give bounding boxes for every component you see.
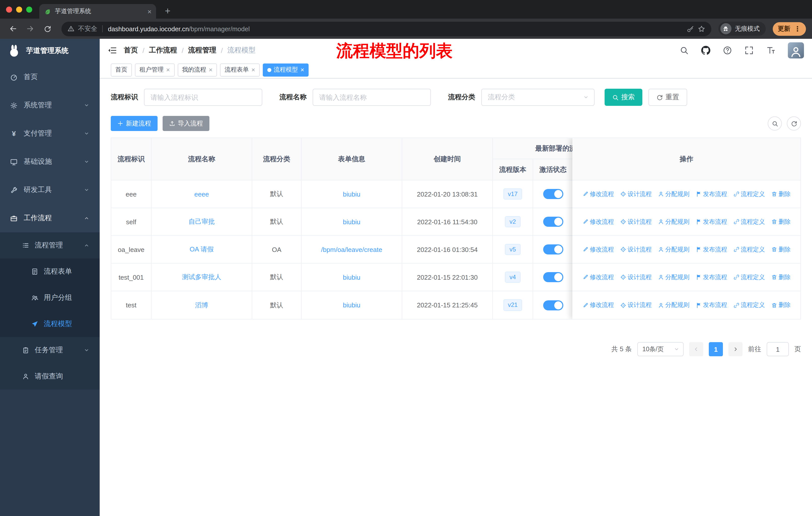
browser-tab[interactable]: 芋道管理系统 × xyxy=(39,4,156,19)
design-process-link[interactable]: 设计流程 xyxy=(620,217,652,226)
goto-page-input[interactable] xyxy=(767,342,789,356)
sidebar-item-user-group[interactable]: 用户分组 xyxy=(0,285,100,311)
search-button[interactable]: 搜索 xyxy=(605,89,642,106)
active-toggle[interactable] xyxy=(543,217,563,227)
assign-rule-link[interactable]: 分配规则 xyxy=(658,190,689,198)
process-name-link[interactable]: 测试多审批人 xyxy=(182,273,221,282)
form-info-link[interactable]: biubiu xyxy=(343,218,360,225)
sidebar-item-workflow[interactable]: 工作流程 xyxy=(0,204,100,232)
design-process-link[interactable]: 设计流程 xyxy=(620,301,652,309)
password-key-icon[interactable] xyxy=(687,25,694,32)
tag-tenant-management[interactable]: 租户管理 × xyxy=(135,63,174,76)
close-icon[interactable]: × xyxy=(251,66,255,73)
window-close-button[interactable] xyxy=(6,6,12,12)
process-definition-link[interactable]: 流程定义 xyxy=(733,217,765,226)
form-info-link[interactable]: biubiu xyxy=(343,190,360,198)
sidebar-logo[interactable]: 芋道管理系统 xyxy=(0,39,100,63)
assign-rule-link[interactable]: 分配规则 xyxy=(658,245,689,254)
form-info-link[interactable]: biubiu xyxy=(343,273,360,281)
browser-menu-icon[interactable]: ⋮ xyxy=(794,25,801,33)
font-size-icon[interactable] xyxy=(766,46,775,55)
close-icon[interactable]: × xyxy=(166,66,170,73)
reload-button[interactable] xyxy=(40,25,54,32)
back-button[interactable] xyxy=(6,25,20,33)
breadcrumb-workflow[interactable]: 工作流程 xyxy=(149,46,177,55)
search-icon[interactable] xyxy=(679,46,689,55)
browser-update-button[interactable]: 更新 ⋮ xyxy=(773,22,806,35)
address-bar[interactable]: 不安全 dashboard.yudao.iocoder.cn/bpm/manag… xyxy=(61,21,711,36)
fullscreen-icon[interactable] xyxy=(745,46,754,55)
modify-process-link[interactable]: 修改流程 xyxy=(582,217,614,226)
delete-link[interactable]: 删除 xyxy=(771,273,791,281)
design-process-link[interactable]: 设计流程 xyxy=(620,190,652,198)
window-minimize-button[interactable] xyxy=(16,6,22,12)
close-icon[interactable]: × xyxy=(209,66,212,73)
active-toggle[interactable] xyxy=(543,189,563,199)
forward-button[interactable] xyxy=(23,25,37,33)
design-process-link[interactable]: 设计流程 xyxy=(620,245,652,254)
process-name-link[interactable]: 自己审批 xyxy=(188,217,215,226)
sidebar-item-system[interactable]: 系统管理 xyxy=(0,91,100,119)
sidebar-item-home[interactable]: 首页 xyxy=(0,63,100,91)
sidebar-item-devtools[interactable]: 研发工具 xyxy=(0,176,100,204)
sidebar-item-process-model[interactable]: 流程模型 xyxy=(0,311,100,337)
tag-process-model[interactable]: 流程模型 × xyxy=(263,63,309,76)
delete-link[interactable]: 删除 xyxy=(771,301,791,309)
process-name-link[interactable]: OA 请假 xyxy=(190,245,213,254)
github-icon[interactable] xyxy=(701,46,710,55)
process-name-link[interactable]: 滔博 xyxy=(195,301,208,310)
publish-process-link[interactable]: 发布流程 xyxy=(695,301,727,309)
modify-process-link[interactable]: 修改流程 xyxy=(582,273,614,281)
publish-process-link[interactable]: 发布流程 xyxy=(695,217,727,226)
form-info-link[interactable]: biubiu xyxy=(343,301,360,309)
process-key-input[interactable] xyxy=(144,89,262,106)
sidebar-item-process-management[interactable]: 流程管理 xyxy=(0,232,100,259)
sidebar-item-task-management[interactable]: 任务管理 xyxy=(0,337,100,363)
modify-process-link[interactable]: 修改流程 xyxy=(582,190,614,198)
process-name-link[interactable]: eeee xyxy=(194,190,209,198)
delete-link[interactable]: 删除 xyxy=(771,190,791,198)
modify-process-link[interactable]: 修改流程 xyxy=(582,301,614,309)
delete-link[interactable]: 删除 xyxy=(771,217,791,226)
process-definition-link[interactable]: 流程定义 xyxy=(733,190,765,198)
publish-process-link[interactable]: 发布流程 xyxy=(695,245,727,254)
bookmark-star-icon[interactable] xyxy=(698,25,705,32)
breadcrumb-process-management[interactable]: 流程管理 xyxy=(188,46,216,55)
process-category-select[interactable]: 流程分类 xyxy=(481,89,594,106)
assign-rule-link[interactable]: 分配规则 xyxy=(658,273,689,281)
process-definition-link[interactable]: 流程定义 xyxy=(733,273,765,281)
process-definition-link[interactable]: 流程定义 xyxy=(733,245,765,254)
publish-process-link[interactable]: 发布流程 xyxy=(695,273,727,281)
publish-process-link[interactable]: 发布流程 xyxy=(695,190,727,198)
process-definition-link[interactable]: 流程定义 xyxy=(733,301,765,309)
breadcrumb-home[interactable]: 首页 xyxy=(124,46,138,55)
prev-page-button[interactable] xyxy=(689,342,703,356)
toggle-search-button[interactable] xyxy=(768,116,782,131)
active-toggle[interactable] xyxy=(543,272,563,282)
tag-process-form[interactable]: 流程表单 × xyxy=(220,63,260,76)
sidebar-item-process-form[interactable]: 流程表单 xyxy=(0,259,100,285)
sidebar-fold-icon[interactable] xyxy=(108,46,117,55)
delete-link[interactable]: 删除 xyxy=(771,245,791,254)
new-tab-button[interactable]: + xyxy=(161,5,174,17)
assign-rule-link[interactable]: 分配规则 xyxy=(658,301,689,309)
window-zoom-button[interactable] xyxy=(26,6,32,12)
sidebar-item-leave-query[interactable]: 请假查询 xyxy=(0,363,100,389)
tag-home[interactable]: 首页 xyxy=(111,63,132,76)
page-number-button[interactable]: 1 xyxy=(709,342,723,356)
security-warning-icon[interactable] xyxy=(67,25,75,32)
form-info-link[interactable]: /bpm/oa/leave/create xyxy=(321,246,382,253)
sidebar-item-infrastructure[interactable]: 基础设施 xyxy=(0,147,100,176)
close-icon[interactable]: × xyxy=(300,66,304,73)
design-process-link[interactable]: 设计流程 xyxy=(620,273,652,281)
page-size-select[interactable]: 10条/页 xyxy=(637,342,684,356)
tab-close-icon[interactable]: × xyxy=(147,8,151,15)
create-process-button[interactable]: 新建流程 xyxy=(111,116,157,131)
help-icon[interactable] xyxy=(723,46,732,55)
active-toggle[interactable] xyxy=(543,300,563,310)
tag-my-process[interactable]: 我的流程 × xyxy=(177,63,217,76)
import-process-button[interactable]: 导入流程 xyxy=(163,116,209,131)
user-avatar[interactable] xyxy=(788,42,804,58)
modify-process-link[interactable]: 修改流程 xyxy=(582,245,614,254)
assign-rule-link[interactable]: 分配规则 xyxy=(658,217,689,226)
